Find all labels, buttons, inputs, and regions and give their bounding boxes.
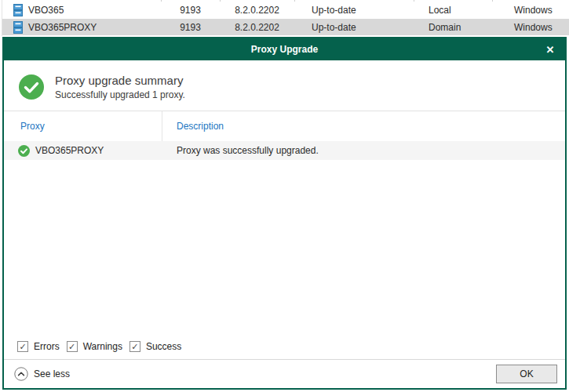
proxy-name: VBO365 (28, 5, 64, 16)
proxy-version: 8.2.0.2202 (220, 5, 294, 16)
proxy-server-icon (13, 4, 23, 16)
success-check-icon (19, 74, 44, 100)
proxy-port: 9193 (161, 22, 220, 33)
checkbox-checked-icon[interactable]: ✓ (67, 341, 78, 352)
summary-section: Proxy upgrade summary Successfully upgra… (4, 60, 565, 111)
dialog-title: Proxy Upgrade (251, 44, 318, 55)
filter-warnings-label: Warnings (83, 341, 122, 352)
checkbox-checked-icon[interactable]: ✓ (17, 341, 28, 352)
proxy-port: 9193 (161, 5, 220, 16)
table-row-selected[interactable]: VBO365PROXY 9193 8.2.0.2202 Up-to-date D… (2, 19, 569, 35)
filter-errors-label: Errors (34, 341, 60, 352)
dialog-titlebar: Proxy Upgrade ✕ (4, 38, 565, 60)
proxy-os: Windows (492, 5, 569, 16)
summary-title: Proxy upgrade summary (55, 74, 185, 87)
proxy-name: VBO365PROXY (28, 22, 97, 33)
column-header-description[interactable]: Description (162, 121, 224, 132)
close-icon[interactable]: ✕ (540, 38, 560, 60)
ok-button[interactable]: OK (496, 365, 557, 383)
chevron-up-circle-icon (14, 367, 28, 381)
result-row[interactable]: VBO365PROXY Proxy was successfully upgra… (4, 141, 565, 160)
see-less-toggle[interactable]: See less (14, 367, 70, 381)
filter-success-label: Success (146, 341, 181, 352)
proxy-server-icon (13, 21, 23, 34)
column-header-proxy[interactable]: Proxy (4, 111, 162, 141)
table-row[interactable]: VBO365 9193 8.2.0.2202 Up-to-date Local … (2, 2, 569, 18)
results-grid: Proxy Description VBO365PROXY Proxy was … (4, 111, 565, 160)
success-check-icon (18, 145, 30, 157)
summary-subtitle: Successfully upgraded 1 proxy. (55, 89, 185, 100)
filter-success[interactable]: ✓ Success (129, 341, 181, 352)
see-less-label: See less (34, 368, 70, 379)
results-grid-header: Proxy Description (4, 111, 565, 141)
proxy-realm: Domain (414, 22, 492, 33)
proxy-realm: Local (414, 5, 492, 16)
empty-results-area (4, 160, 565, 338)
proxy-version: 8.2.0.2202 (220, 22, 294, 33)
proxy-os: Windows (492, 22, 569, 33)
result-description: Proxy was successfully upgraded. (162, 145, 319, 156)
dialog-footer: See less OK (4, 359, 565, 388)
filter-warnings[interactable]: ✓ Warnings (67, 341, 122, 352)
result-proxy-name: VBO365PROXY (35, 145, 104, 156)
proxies-table: VBO365 9193 8.2.0.2202 Up-to-date Local … (0, 0, 569, 37)
filter-errors[interactable]: ✓ Errors (17, 341, 60, 352)
proxy-status: Up-to-date (294, 5, 414, 16)
checkbox-checked-icon[interactable]: ✓ (129, 341, 140, 352)
proxy-status: Up-to-date (294, 22, 414, 33)
filter-checkboxes: ✓ Errors ✓ Warnings ✓ Success (4, 338, 565, 355)
proxy-upgrade-dialog: Proxy Upgrade ✕ Proxy upgrade summary Su… (2, 37, 567, 390)
